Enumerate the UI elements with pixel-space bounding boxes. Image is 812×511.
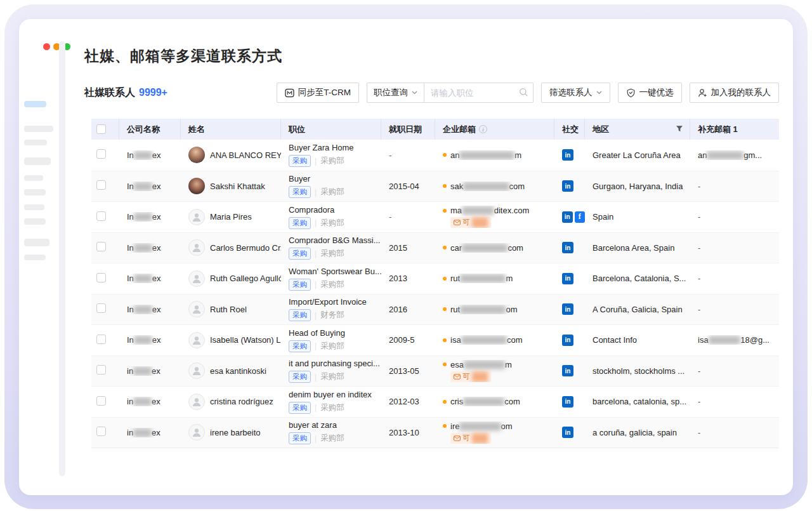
sidebar-item[interactable] — [24, 239, 49, 246]
cell-extra-email: - — [690, 428, 779, 437]
row-checkbox[interactable] — [96, 242, 106, 251]
company-suffix: ex — [152, 305, 161, 314]
social-icons: in — [562, 149, 585, 161]
row-checkbox[interactable] — [96, 180, 106, 190]
window-controls — [43, 43, 70, 50]
table-row[interactable]: InooooexSakshi KhattakBuyer采购|采购部2015-04… — [91, 171, 779, 202]
contact-name: Maria Pires — [210, 212, 252, 222]
cell-extra-email: - — [690, 397, 779, 406]
deliverable-label: 可 — [462, 371, 470, 382]
cell-extra-email: anoooooooogm... — [690, 150, 779, 160]
table-row[interactable]: inooooexirene barbeitobuyer at zara采购|采购… — [91, 417, 779, 448]
sidebar-item[interactable] — [24, 189, 46, 196]
search-icon[interactable] — [519, 88, 528, 97]
linkedin-icon[interactable]: in — [562, 180, 573, 192]
linkedin-icon[interactable]: in — [562, 242, 573, 253]
sync-tcrm-button[interactable]: 同步至T-CRM — [277, 83, 359, 103]
contacts-count: 9999+ — [139, 87, 167, 98]
cell-select — [91, 273, 119, 284]
table-row[interactable]: InooooexRuth Gallego AgullóWoman' Sports… — [91, 263, 779, 294]
position-query-select[interactable]: 职位查询 — [367, 83, 424, 103]
row-checkbox[interactable] — [96, 365, 106, 375]
one-click-optimize-button[interactable]: 一键优选 — [618, 83, 682, 103]
row-checkbox[interactable] — [96, 427, 106, 436]
deliverable-badge: 可oooo — [450, 217, 491, 228]
info-icon[interactable]: i — [479, 125, 487, 133]
email-suffix: m — [514, 150, 521, 160]
position-input[interactable] — [424, 83, 534, 103]
contact-name: Isabella (Watson) L... — [210, 335, 281, 345]
column-label: 地区 — [593, 124, 609, 135]
linkedin-icon[interactable]: in — [562, 149, 573, 161]
table-row[interactable]: inooooexesa kantinkoskiit and purchasing… — [91, 355, 779, 387]
email-status-dot-icon — [443, 307, 447, 311]
position-tags: 采购|采购部 — [289, 432, 381, 444]
row-checkbox[interactable] — [96, 335, 106, 344]
redacted-text: ooooooo — [709, 335, 741, 345]
column-header-email: 企业邮箱i — [435, 119, 554, 140]
cell-social: in — [554, 335, 585, 346]
redacted-text: oooo — [134, 305, 152, 314]
table-row[interactable]: InooooexRuth RoelImport/Export Invoice采购… — [91, 294, 779, 325]
linkedin-icon[interactable]: in — [562, 335, 573, 346]
add-to-my-contacts-button[interactable]: 加入我的联系人 — [690, 83, 780, 103]
filter-contacts-button[interactable]: 筛选联系人 — [541, 83, 610, 103]
email-prefix: an — [450, 150, 459, 160]
email-line: isaoooooooooocom — [443, 335, 554, 345]
linkedin-icon[interactable]: in — [562, 396, 573, 408]
contact-name: Ruth Gallego Agulló — [210, 274, 281, 283]
email-prefix: car — [450, 243, 462, 253]
email-prefix: sak — [450, 182, 463, 191]
select-all-checkbox[interactable] — [96, 124, 106, 134]
sidebar-item[interactable] — [24, 255, 46, 260]
table-row[interactable]: InooooexCarlos Bermudo Cr...Comprador B&… — [91, 232, 779, 263]
email-status-dot-icon — [443, 246, 447, 249]
cell-name: ANA BLANCO REY — [181, 147, 281, 163]
sidebar-item-active[interactable] — [24, 101, 46, 107]
company-prefix: in — [127, 397, 133, 406]
cell-position: Woman' Sportswear Bu...采购|采购部 — [281, 267, 381, 291]
email-suffix: com — [507, 335, 523, 345]
linkedin-icon[interactable]: in — [562, 211, 573, 223]
department-label: 采购部 — [320, 248, 344, 259]
cell-extra-email: - — [690, 366, 779, 376]
contact-name: esa kantinkoski — [210, 366, 266, 376]
cell-position: buyer at zara采购|采购部 — [281, 420, 381, 444]
row-checkbox[interactable] — [96, 211, 106, 221]
email-line: rutoooooooooom — [443, 274, 554, 283]
row-checkbox[interactable] — [96, 273, 106, 282]
table-header: 公司名称姓名职位就职日期企业邮箱i社交地区补充邮箱 1 — [91, 119, 779, 140]
sidebar-item[interactable] — [24, 126, 53, 132]
row-checkbox[interactable] — [96, 396, 106, 406]
facebook-icon[interactable]: f — [575, 211, 586, 223]
tag-separator: | — [315, 434, 317, 443]
sidebar-item[interactable] — [24, 218, 46, 225]
sidebar-item[interactable] — [24, 157, 51, 165]
table-row[interactable]: InooooexIsabella (Watson) L...Head of Bu… — [91, 324, 779, 355]
department-label: 采购部 — [320, 371, 344, 382]
close-window-icon[interactable] — [43, 43, 50, 50]
email-text: sakoooooooooocom — [450, 182, 525, 191]
sidebar-item[interactable] — [24, 175, 43, 181]
company-suffix: ex — [152, 150, 161, 160]
redacted-text: oooo — [133, 366, 152, 376]
cell-company: Inooooex — [119, 274, 181, 283]
linkedin-icon[interactable]: in — [562, 427, 573, 438]
row-checkbox[interactable] — [96, 303, 106, 313]
table-row[interactable]: inooooexcristina rodríguezdenim buyer en… — [91, 386, 779, 417]
row-checkbox[interactable] — [96, 149, 106, 159]
sidebar-item[interactable] — [24, 140, 47, 145]
linkedin-icon[interactable]: in — [562, 365, 573, 376]
linkedin-icon[interactable]: in — [562, 303, 573, 315]
cell-email: caroooooooooocom — [435, 243, 554, 253]
table-row[interactable]: InooooexANA BLANCO REYBuyer Zara Home采购|… — [91, 140, 779, 171]
department-label: 采购部 — [320, 341, 344, 352]
linkedin-icon[interactable]: in — [562, 273, 573, 284]
position-title: buyer at zara — [289, 420, 381, 430]
redacted-text: oooo — [134, 243, 152, 253]
email-status-dot-icon — [443, 362, 447, 366]
table-row[interactable]: InooooexMaria PiresCompradora采购|采购部-maoo… — [91, 201, 779, 232]
redacted-text: oooo — [134, 182, 152, 191]
sidebar-item[interactable] — [24, 204, 44, 210]
filter-funnel-icon[interactable] — [676, 125, 683, 133]
